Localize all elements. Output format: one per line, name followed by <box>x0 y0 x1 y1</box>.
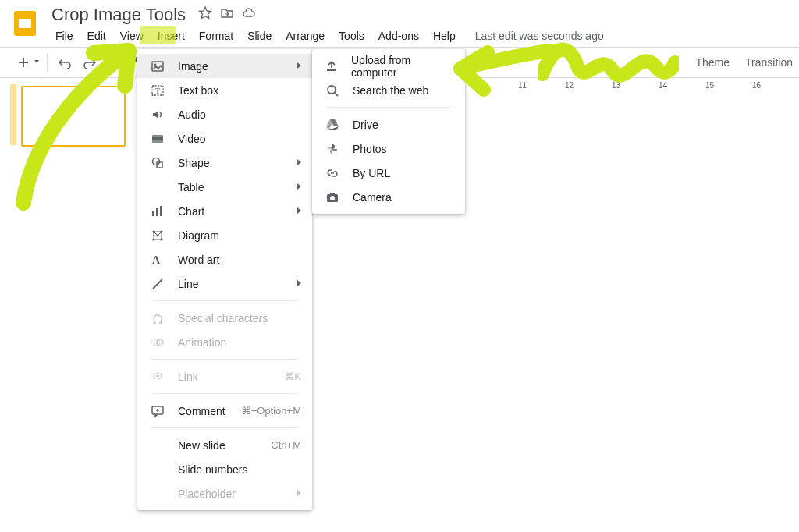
wordart-icon <box>150 252 165 268</box>
insert-newslide[interactable]: New slideCtrl+M <box>137 433 312 457</box>
insert-video[interactable]: Video <box>137 126 312 151</box>
menu-tools[interactable]: Tools <box>332 27 371 45</box>
menu-addons[interactable]: Add-ons <box>371 27 426 45</box>
chevron-right-icon <box>297 490 301 496</box>
chart-icon <box>150 204 165 219</box>
image-search-web[interactable]: Search the web <box>312 78 465 102</box>
menu-arrange[interactable]: Arrange <box>279 27 332 45</box>
slide-thumbnail-1[interactable] <box>21 86 126 147</box>
chevron-right-icon <box>297 280 301 286</box>
slides-logo[interactable] <box>9 8 41 39</box>
animation-icon <box>150 335 165 350</box>
insert-line[interactable]: Line <box>137 271 312 296</box>
menu-insert[interactable]: Insert <box>151 27 192 45</box>
redo-button[interactable] <box>79 51 101 73</box>
undo-button[interactable] <box>54 51 76 73</box>
insert-table[interactable]: Table <box>137 175 312 199</box>
drive-icon <box>325 117 340 133</box>
insert-slidenumbers[interactable]: Slide numbers <box>137 457 312 481</box>
comment-icon <box>150 403 165 419</box>
doc-title[interactable]: Crop Image Tools <box>48 5 189 25</box>
menubar: File Edit View Insert Format Slide Arran… <box>48 27 604 45</box>
textbox-icon <box>150 83 165 98</box>
link-icon <box>150 369 165 385</box>
image-upload-computer[interactable]: Upload from computer <box>312 54 465 78</box>
svg-rect-35 <box>111 57 119 60</box>
menu-format[interactable]: Format <box>192 27 240 45</box>
chevron-right-icon <box>297 183 301 190</box>
menu-file[interactable]: File <box>48 27 80 45</box>
star-icon[interactable] <box>198 6 212 23</box>
svg-rect-37 <box>112 63 118 68</box>
upload-icon <box>325 59 339 74</box>
insert-placeholder: Placeholder <box>137 481 312 505</box>
audio-icon <box>150 107 165 122</box>
image-camera[interactable]: Camera <box>312 185 465 209</box>
chevron-down-icon <box>34 60 39 63</box>
menu-slide[interactable]: Slide <box>240 27 279 45</box>
chevron-right-icon <box>297 207 301 214</box>
last-edit-link[interactable]: Last edit was seconds ago <box>475 27 604 45</box>
insert-chart[interactable]: Chart <box>137 199 312 223</box>
chevron-right-icon <box>297 62 301 69</box>
transition-button[interactable]: Transition <box>745 56 793 69</box>
shape-icon <box>150 155 165 171</box>
cloud-status-icon[interactable] <box>242 6 256 23</box>
insert-comment[interactable]: Comment⌘+Option+M <box>137 399 312 423</box>
insert-shape[interactable]: Shape <box>137 151 312 175</box>
theme-button[interactable]: Theme <box>695 56 730 69</box>
insert-textbox[interactable]: Text box <box>137 78 312 102</box>
menu-help[interactable]: Help <box>426 27 463 45</box>
video-icon <box>150 131 165 147</box>
menu-edit[interactable]: Edit <box>80 27 113 45</box>
image-photos[interactable]: Photos <box>312 137 465 161</box>
photos-icon <box>325 141 340 157</box>
insert-specialchars: Special characters <box>137 306 312 330</box>
move-folder-icon[interactable] <box>220 6 234 23</box>
insert-wordart[interactable]: Word art <box>137 247 312 271</box>
chevron-right-icon <box>297 159 301 165</box>
insert-menu: Image Text box Audio Video Shape Table C… <box>137 49 312 510</box>
doc-header: Crop Image Tools File Edit View Insert F… <box>0 0 799 47</box>
link-icon <box>325 165 340 181</box>
image-submenu: Upload from computer Search the web Driv… <box>312 49 465 214</box>
search-icon <box>325 83 340 98</box>
insert-image[interactable]: Image <box>137 54 312 78</box>
diagram-icon <box>150 228 165 243</box>
camera-icon <box>325 190 340 205</box>
insert-link: Link⌘K <box>137 364 312 388</box>
image-icon <box>150 59 165 74</box>
print-button[interactable] <box>104 51 126 73</box>
line-icon <box>150 276 165 292</box>
image-by-url[interactable]: By URL <box>312 161 465 185</box>
svg-rect-32 <box>19 19 31 28</box>
menu-view[interactable]: View <box>113 27 151 45</box>
insert-audio[interactable]: Audio <box>137 102 312 126</box>
insert-diagram[interactable]: Diagram <box>137 223 312 247</box>
image-drive[interactable]: Drive <box>312 112 465 137</box>
insert-animation: Animation <box>137 330 312 354</box>
slide-panel: 1 <box>0 78 140 532</box>
omega-icon <box>150 310 165 326</box>
new-slide-button[interactable] <box>6 51 41 73</box>
